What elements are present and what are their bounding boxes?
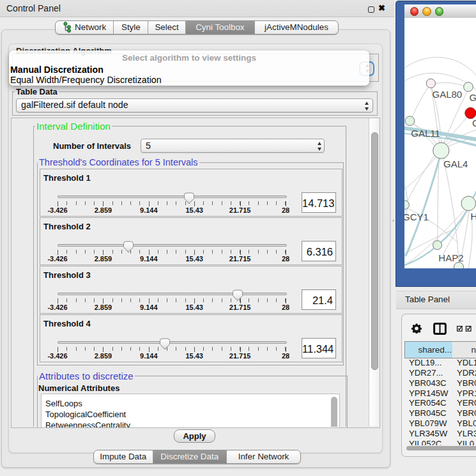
svg-text:GA: GA bbox=[470, 92, 476, 103]
svg-text:GAL80: GAL80 bbox=[433, 89, 463, 100]
svg-text:GAL4: GAL4 bbox=[443, 158, 468, 169]
svg-text:GAL11: GAL11 bbox=[411, 128, 440, 139]
svg-text:GCY1: GCY1 bbox=[404, 211, 429, 222]
svg-text:G: G bbox=[472, 118, 476, 128]
svg-text:HAP2: HAP2 bbox=[438, 252, 463, 263]
svg-text:HA: HA bbox=[471, 211, 476, 222]
